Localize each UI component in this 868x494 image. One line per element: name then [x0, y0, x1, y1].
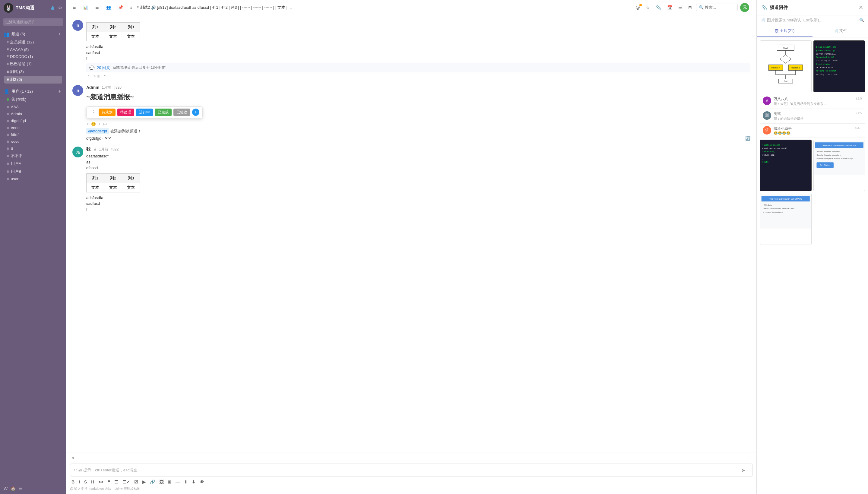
info-btn[interactable]: ℹ	[128, 4, 134, 11]
input-box[interactable]: / : @ 提示，ctrl+enter发送，esc清空 ➤	[70, 463, 753, 477]
home-icon[interactable]: 🏠	[11, 486, 16, 491]
channel-item-测试[interactable]: #测试 (3)	[4, 68, 62, 76]
hash-icon: #	[7, 54, 9, 59]
tag-done[interactable]: 已完成	[155, 109, 172, 116]
channel-item-巴巴[interactable]: #巴巴爸爸 (1)	[4, 60, 62, 68]
image-thumbnail[interactable]: $ npm install tms $ node server.js Serve…	[813, 40, 865, 92]
clip-btn[interactable]: 📎	[654, 4, 663, 11]
sidebar-gear-icon[interactable]: ⚙	[58, 5, 63, 11]
message-item: n Admin 1月前 #820 ~频道消息播报~ ⋮ 待规划 待处理 进行中 …	[72, 85, 750, 141]
user-item-aaa[interactable]: AAA	[4, 103, 62, 110]
wiki-icon[interactable]: W	[4, 486, 7, 491]
emoji-btn[interactable]: 😊	[91, 122, 96, 126]
heading-btn[interactable]: H	[90, 479, 96, 485]
list-btn[interactable]: ☰	[113, 479, 120, 485]
calendar-btn[interactable]: 📅	[665, 4, 674, 11]
add-user-button[interactable]: +	[57, 88, 63, 94]
user-item-tt[interactable]: tt	[4, 145, 62, 152]
blockquote-btn[interactable]: ❝	[106, 479, 112, 485]
user-item-fdfdf[interactable]: fdfdf	[4, 131, 62, 138]
group-btn[interactable]: 👥	[104, 4, 113, 11]
pin-btn[interactable]: 📌	[116, 4, 126, 11]
user-item-ssss[interactable]: ssss	[4, 138, 62, 145]
refresh-btn[interactable]: 🔄	[745, 136, 750, 140]
messages-container[interactable]: n 列1 列2 列3 文本 文本 文本	[66, 15, 756, 452]
sidebar-search-input[interactable]	[3, 18, 63, 26]
chat-preview-item[interactable]: 倍 倍洽小助手 😂😂😂😂 03-1	[760, 124, 865, 138]
bold-btn[interactable]: B	[70, 479, 76, 485]
add-channel-button[interactable]: +	[57, 31, 63, 37]
reply-bar[interactable]: 💬 20 回复 系统管理员 最后回复于 13小时前	[86, 63, 750, 72]
checkbox-btn[interactable]: ☑	[133, 479, 140, 485]
download-btn[interactable]: ⬇	[190, 479, 197, 485]
user-item-eeee[interactable]: eeee	[4, 124, 62, 131]
image-thumbnail[interactable]: The Next Generation WYSIWYG Beautiful Ja…	[813, 140, 865, 191]
search-box: 🔍	[696, 4, 738, 11]
bar-chart-btn[interactable]: 📊	[81, 4, 91, 11]
image-thumbnail[interactable]: The Next Generation WYSIWYG HTML Editor …	[760, 193, 812, 245]
italic-btn[interactable]: I	[77, 479, 81, 485]
search-submit-btn[interactable]: 🔍	[859, 18, 864, 22]
channel-item-全员[interactable]: #全员频道 (12)	[4, 38, 62, 46]
chat-preview-time: 21:5	[856, 111, 862, 115]
more-options-btn[interactable]: ⋮	[90, 109, 97, 116]
svg-text:The Next Generation WYSIWYG: The Next Generation WYSIWYG	[769, 197, 802, 200]
chat-preview-item[interactable]: # 万八八八 我：大范甘迪是否感受到东发市东... 21:5	[760, 94, 865, 109]
sidebar-header: 🐰 TMS沟通 💧 ⚙	[0, 0, 66, 16]
sidebar-water-icon[interactable]: 💧	[50, 5, 56, 11]
announcement-text: ~频道消息播报~	[86, 93, 750, 102]
search-icon: 🔍	[699, 5, 703, 10]
thread-btn[interactable]: > ⫴⫴	[92, 74, 101, 79]
hamburger-btn[interactable]: ☰	[70, 4, 78, 11]
eye-btn[interactable]: 👁	[198, 479, 206, 485]
message-item: n 列1 列2 列3 文本 文本 文本	[72, 20, 750, 79]
close-panel-btn[interactable]: ✕	[859, 4, 863, 11]
svg-text:$ git status: $ git status	[816, 63, 830, 65]
channel-item-测2[interactable]: #测2 (6)	[4, 76, 62, 83]
list2-btn[interactable]: ☰	[676, 4, 684, 11]
tag-pending[interactable]: 待规划	[99, 109, 116, 116]
grid-btn[interactable]: ⊞	[687, 4, 694, 11]
tag-processing[interactable]: 待处理	[117, 109, 134, 116]
quote2-btn[interactable]: ❞	[102, 74, 107, 79]
user-item-me[interactable]: 我 (在线)	[4, 96, 62, 103]
user-item-admin[interactable]: Admin	[4, 110, 62, 117]
send-button[interactable]: ➤	[741, 468, 745, 473]
chat-preview-item[interactable]: 测 测试 我：的说法是否都是 21:5	[760, 109, 865, 124]
attachment-search-input[interactable]	[767, 18, 857, 22]
checklist-btn[interactable]: ☰✓	[121, 479, 132, 485]
image-thumbnail[interactable]: Start Process A Process B End	[760, 40, 812, 92]
divider-btn[interactable]: —	[174, 479, 181, 485]
tab-files[interactable]: 📄 文件	[812, 25, 868, 37]
quote-btn[interactable]: ❝	[86, 74, 91, 79]
mention-btn[interactable]: @	[634, 4, 642, 11]
code-btn[interactable]: <>	[97, 479, 105, 485]
tag-btn[interactable]: 🏷	[103, 122, 107, 126]
user-item-不不不[interactable]: 不不不	[4, 152, 62, 160]
user-item-用户a[interactable]: 用户A	[4, 160, 62, 168]
user-item-user[interactable]: user	[4, 175, 62, 183]
table-btn[interactable]: ⊞	[166, 479, 173, 485]
user-item-用户b[interactable]: 用户B	[4, 168, 62, 175]
strikethrough-btn[interactable]: S	[83, 479, 89, 485]
upload-btn[interactable]: ⬆	[182, 479, 189, 485]
star-btn[interactable]: ☆	[644, 4, 652, 11]
play-btn[interactable]: ▶	[141, 479, 147, 485]
filter-btn[interactable]: ▼	[70, 455, 76, 462]
table-header: 列1	[86, 173, 104, 183]
tag-accepted[interactable]: 已验收	[173, 109, 190, 116]
menu-icon[interactable]: ☰	[19, 486, 23, 491]
image-thumbnail[interactable]: function init() { const app = new App();…	[760, 140, 812, 191]
user-item-dfg[interactable]: dfgdsfgd	[4, 117, 62, 124]
channel-item-dddddc[interactable]: #DDDDDC (1)	[4, 53, 62, 60]
search-input[interactable]	[705, 5, 735, 10]
add-tag-btn[interactable]: +	[192, 109, 199, 116]
image-btn[interactable]: 🖼	[158, 479, 165, 485]
link-btn[interactable]: 🔗	[148, 479, 156, 485]
tab-images[interactable]: 🖼 图片(21)	[757, 25, 812, 37]
channel-item-aaaaa[interactable]: #AAAAA (5)	[4, 46, 62, 53]
user-avatar[interactable]: 元	[740, 3, 749, 12]
tag-progress[interactable]: 进行中	[136, 109, 153, 116]
chat-preview-content: 倍洽小助手 😂😂😂😂	[774, 126, 853, 135]
list-btn[interactable]: ☰	[93, 4, 101, 11]
